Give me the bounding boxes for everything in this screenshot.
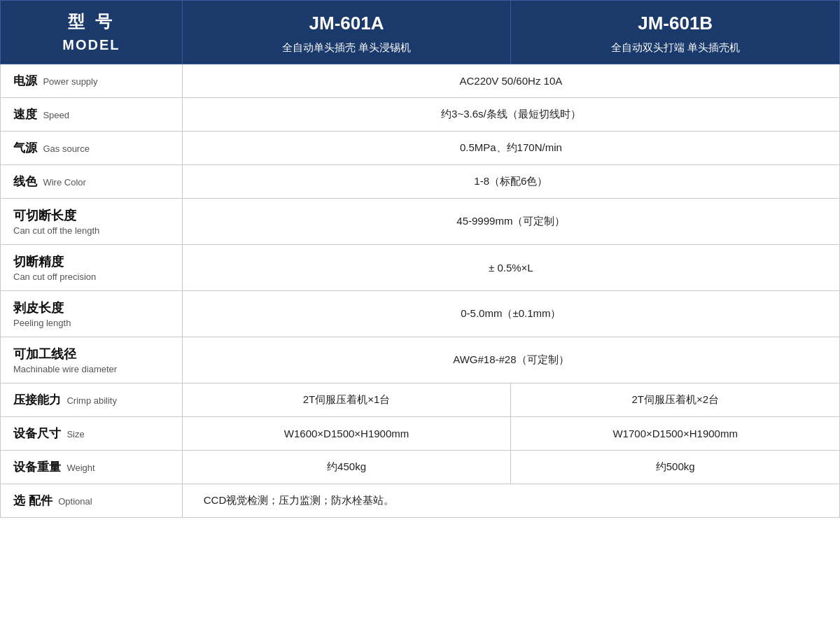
label-zh-size: 设备尺寸: [13, 427, 61, 440]
label-weight: 设备重量 Weight: [1, 450, 183, 484]
value-wirediameter: AWG#18-#28（可定制）: [182, 337, 839, 383]
row-speed: 速度 Speed 约3~3.6s/条线（最短切线时）: [1, 97, 840, 131]
jm601a-desc: 全自动单头插壳 单头浸锡机: [188, 38, 505, 57]
label-en-crimp: Crimp ability: [66, 395, 117, 406]
label-zh-speed: 速度: [13, 108, 37, 121]
label-speed: 速度 Speed: [1, 97, 183, 131]
jm601a-number: JM-601A: [188, 8, 505, 38]
value-gas: 0.5MPa、约170N/min: [182, 131, 839, 164]
model-en: MODEL: [6, 34, 176, 55]
label-en-size: Size: [66, 429, 84, 439]
label-cutprecision: 切断精度 Can cut off precision: [1, 244, 183, 290]
value-size-a: W1600×D1500×H1900mm: [182, 416, 511, 450]
label-zh-gas: 气源: [13, 141, 37, 155]
label-zh-wirecolor: 线色: [13, 175, 37, 188]
label-zh-cutprecision: 切断精度: [13, 253, 169, 270]
label-en-gas: Gas source: [43, 143, 89, 154]
value-cutprecision: ± 0.5%×L: [182, 244, 839, 290]
label-en-cutlength: Can cut off the length: [13, 225, 169, 236]
label-en-wirediameter: Machinable wire diameter: [13, 364, 169, 374]
label-zh-crimp: 压接能力: [13, 393, 61, 407]
specs-table: 型 号 MODEL JM-601A 全自动单头插壳 单头浸锡机 JM-601B …: [0, 0, 840, 518]
label-power: 电源 Power supply: [1, 64, 183, 97]
label-zh-optional: 选 配件: [13, 494, 52, 507]
row-power: 电源 Power supply AC220V 50/60Hz 10A: [1, 64, 840, 97]
model-cell: 型 号 MODEL: [1, 1, 183, 64]
value-size-b: W1700×D1500×H1900mm: [511, 416, 840, 450]
label-en-power: Power supply: [43, 76, 97, 87]
row-size: 设备尺寸 Size W1600×D1500×H1900mm W1700×D150…: [1, 416, 840, 450]
jm601b-desc: 全自动双头打端 单头插壳机: [517, 38, 834, 57]
label-zh-cutlength: 可切断长度: [13, 207, 169, 224]
label-cutlength: 可切断长度 Can cut off the length: [1, 198, 183, 244]
value-crimp-a: 2T伺服压着机×1台: [182, 383, 511, 416]
label-en-cutprecision: Can cut off precision: [13, 272, 169, 282]
jm601a-header: JM-601A 全自动单头插壳 单头浸锡机: [182, 1, 511, 64]
label-gas: 气源 Gas source: [1, 131, 183, 164]
row-crimp: 压接能力 Crimp ability 2T伺服压着机×1台 2T伺服压着机×2台: [1, 383, 840, 416]
value-peeling: 0-5.0mm（±0.1mm）: [182, 290, 839, 337]
label-en-wirecolor: Wire Color: [43, 177, 85, 188]
header-row: 型 号 MODEL JM-601A 全自动单头插壳 单头浸锡机 JM-601B …: [1, 1, 840, 64]
label-en-speed: Speed: [43, 110, 69, 120]
label-zh-power: 电源: [13, 74, 37, 87]
value-power: AC220V 50/60Hz 10A: [182, 64, 839, 97]
model-zh: 型 号: [6, 9, 176, 34]
label-en-peeling: Peeling length: [13, 318, 169, 328]
row-weight: 设备重量 Weight 约450kg 约500kg: [1, 450, 840, 484]
value-optional: CCD视觉检测；压力监测；防水栓基站。: [182, 484, 839, 517]
value-wirecolor: 1-8（标配6色）: [182, 164, 839, 198]
value-weight-a: 约450kg: [182, 450, 511, 484]
value-weight-b: 约500kg: [511, 450, 840, 484]
label-wirecolor: 线色 Wire Color: [1, 164, 183, 198]
value-cutlength: 45-9999mm（可定制）: [182, 198, 839, 244]
label-zh-weight: 设备重量: [13, 460, 61, 474]
label-zh-wirediameter: 可加工线径: [13, 346, 169, 362]
value-crimp-b: 2T伺服压着机×2台: [511, 383, 840, 416]
jm601b-number: JM-601B: [517, 8, 834, 38]
row-cutprecision: 切断精度 Can cut off precision ± 0.5%×L: [1, 244, 840, 290]
row-wirecolor: 线色 Wire Color 1-8（标配6色）: [1, 164, 840, 198]
label-peeling: 剥皮长度 Peeling length: [1, 290, 183, 337]
value-speed: 约3~3.6s/条线（最短切线时）: [182, 97, 839, 131]
label-optional: 选 配件 Optional: [1, 484, 183, 517]
label-zh-peeling: 剥皮长度: [13, 300, 169, 316]
row-cutlength: 可切断长度 Can cut off the length 45-9999mm（可…: [1, 198, 840, 244]
label-en-weight: Weight: [66, 463, 94, 473]
jm601b-header: JM-601B 全自动双头打端 单头插壳机: [511, 1, 840, 64]
row-gas: 气源 Gas source 0.5MPa、约170N/min: [1, 131, 840, 164]
label-size: 设备尺寸 Size: [1, 416, 183, 450]
row-wirediameter: 可加工线径 Machinable wire diameter AWG#18-#2…: [1, 337, 840, 383]
row-optional: 选 配件 Optional CCD视觉检测；压力监测；防水栓基站。: [1, 484, 840, 517]
label-crimp: 压接能力 Crimp ability: [1, 383, 183, 416]
label-wirediameter: 可加工线径 Machinable wire diameter: [1, 337, 183, 383]
label-en-optional: Optional: [58, 496, 92, 507]
row-peeling: 剥皮长度 Peeling length 0-5.0mm（±0.1mm）: [1, 290, 840, 337]
